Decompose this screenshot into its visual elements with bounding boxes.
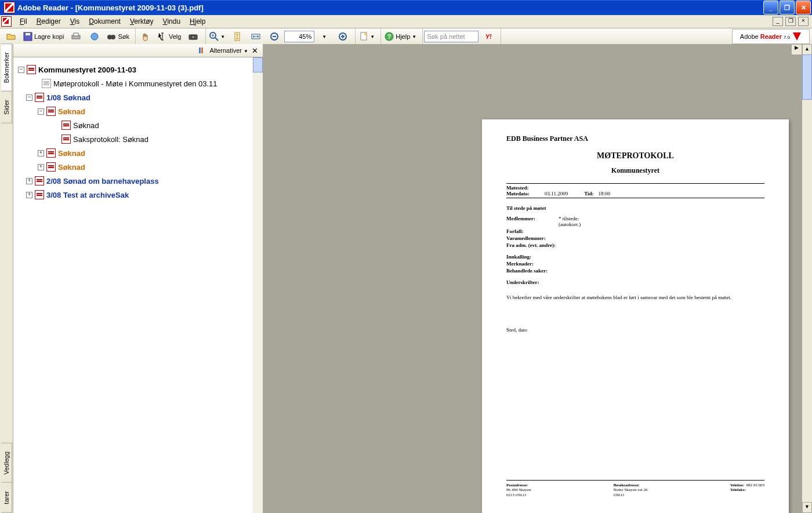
help-icon: ? xyxy=(385,32,394,41)
mdi-minimize-button[interactable]: _ xyxy=(773,17,783,26)
scrollbar-thumb[interactable] xyxy=(802,54,812,100)
bookmark-item[interactable]: Søknad xyxy=(58,149,85,158)
bookmark-tree: − Kommunestyret 2009-11-03 Møteprotokoll… xyxy=(13,57,263,513)
bookmark-item[interactable]: 3/08 Test at archiveSak xyxy=(46,191,129,199)
tab-bokmerker[interactable]: Bokmerker xyxy=(1,43,12,92)
pdf-icon xyxy=(35,93,44,102)
page-icon xyxy=(42,79,51,88)
bookmark-root[interactable]: Kommunestyret 2009-11-03 xyxy=(38,66,136,74)
save-copy-button[interactable]: Lagre kopi xyxy=(21,30,66,43)
email-button[interactable] xyxy=(86,30,103,43)
window-minimize-button[interactable]: _ xyxy=(763,1,778,14)
fit-width-button[interactable] xyxy=(247,30,264,43)
hand-tool-button[interactable] xyxy=(137,30,154,43)
doc-field-label: Behandlede saker: xyxy=(506,268,764,274)
menu-vis[interactable]: Vis xyxy=(66,16,84,27)
window-close-button[interactable]: ✕ xyxy=(796,1,811,14)
open-button[interactable] xyxy=(2,30,20,43)
menu-rediger[interactable]: Rediger xyxy=(32,16,66,27)
bookmark-item[interactable]: 1/08 Søknad xyxy=(46,93,90,102)
scroll-up-button[interactable]: ▲ xyxy=(802,44,812,55)
menu-fil[interactable]: Fil xyxy=(15,16,32,27)
adobe-icon xyxy=(792,32,802,41)
search-button[interactable]: Søk xyxy=(104,30,132,43)
fit-height-button[interactable] xyxy=(229,30,246,43)
bookmark-item[interactable]: Søknad xyxy=(58,107,85,116)
dropdown-arrow-icon: ▼ xyxy=(370,34,375,39)
adobe-brand-badge: Adobe Reader 7.0 xyxy=(732,29,810,44)
menu-vindu[interactable]: Vindu xyxy=(158,16,185,27)
select-tool-button[interactable]: Velg xyxy=(155,30,183,43)
bookmark-item[interactable]: Søknad xyxy=(73,121,99,130)
zoom-level-field[interactable]: 45% xyxy=(284,31,314,42)
doc-field-value: 03.11.2009 xyxy=(545,191,568,197)
zoom-in-button[interactable] xyxy=(334,30,351,43)
scroll-down-button[interactable]: ▼ xyxy=(802,502,812,513)
print-button[interactable] xyxy=(67,30,85,43)
window-titlebar: Adobe Reader - [Kommunestyret 2009-11-03… xyxy=(0,0,812,15)
bookmark-item[interactable]: Søknad xyxy=(58,163,85,172)
camera-icon xyxy=(188,32,198,41)
svg-text:?: ? xyxy=(387,33,392,40)
tree-scrollbar[interactable] xyxy=(253,57,263,513)
dropdown-arrow-icon: ▼ xyxy=(220,34,225,39)
globe-mail-icon xyxy=(90,32,99,41)
tree-collapse-icon[interactable]: − xyxy=(38,108,44,115)
doc-field-label: Varamedlemmer: xyxy=(506,235,764,241)
web-search-input[interactable]: Søk på nettet xyxy=(424,31,478,42)
bookmark-item[interactable]: 2/08 Sønad om barnehaveplass xyxy=(46,177,159,185)
menu-verktoy[interactable]: Verktøy xyxy=(125,16,158,27)
pdf-icon xyxy=(61,121,71,130)
bookmark-item[interactable]: Møteprotokoll - Møte i Kommunestyret den… xyxy=(53,79,217,88)
folder-open-icon xyxy=(6,32,16,41)
svg-rect-1 xyxy=(26,33,30,35)
window-maximize-button[interactable]: ❐ xyxy=(780,1,795,14)
doc-scrollbar[interactable]: ▲ ▼ xyxy=(802,44,812,513)
minus-circle-icon xyxy=(270,32,279,41)
app-icon xyxy=(3,2,15,13)
magnifier-plus-icon xyxy=(209,32,219,41)
zoom-dropdown-button[interactable]: ▼ xyxy=(316,30,333,43)
tree-expand-icon[interactable]: + xyxy=(26,192,32,198)
document-view[interactable]: ▶ ▲ ▼ EDB Business Partner ASA MØTEPROTO… xyxy=(264,44,812,513)
mdi-close-button[interactable]: × xyxy=(798,17,809,26)
options-button[interactable]: Alternativer ▼ xyxy=(209,47,248,54)
panel-close-button[interactable]: ✕ xyxy=(252,46,258,55)
svg-line-10 xyxy=(215,38,218,41)
svg-point-21 xyxy=(364,33,367,35)
yahoo-icon: Y! xyxy=(485,33,492,40)
tab-kommentarer[interactable]: tarer xyxy=(1,482,12,513)
doc-field-label: Merknader: xyxy=(506,261,764,267)
fit-height-icon xyxy=(233,32,242,41)
bookmark-item[interactable]: Saksprotokoll: Søknad xyxy=(73,135,148,144)
document-icon xyxy=(1,16,12,27)
pdf-icon xyxy=(27,65,36,74)
tree-collapse-icon[interactable]: − xyxy=(18,67,24,73)
zoom-in-tool-button[interactable]: ▼ xyxy=(207,30,227,43)
tree-expand-icon[interactable]: + xyxy=(38,164,44,170)
mdi-restore-button[interactable]: ❐ xyxy=(785,17,796,26)
doc-field-value: (autokorr.) xyxy=(559,221,581,227)
panel-expand-button[interactable]: ▶ xyxy=(791,44,802,55)
yahoo-search-button[interactable]: Y! xyxy=(480,30,497,43)
svg-rect-3 xyxy=(74,33,78,36)
tree-expand-icon[interactable]: + xyxy=(38,150,44,157)
save-copy-label: Lagre kopi xyxy=(34,33,64,40)
help-label: Hjelp xyxy=(396,33,410,40)
doc-field-label: Medlemmer: xyxy=(506,216,559,227)
tree-expand-icon[interactable]: + xyxy=(26,178,32,184)
snapshot-tool-button[interactable] xyxy=(184,30,202,43)
tree-collapse-icon[interactable]: − xyxy=(26,94,32,101)
help-button[interactable]: ? Hjelp ▼ xyxy=(382,30,419,43)
pdf-icon xyxy=(46,107,56,116)
select-label: Velg xyxy=(169,33,181,40)
create-pdf-button[interactable]: ▼ xyxy=(357,30,377,43)
ibeam-icon xyxy=(158,32,167,41)
scrollbar-thumb[interactable] xyxy=(253,57,263,72)
options-icon xyxy=(198,46,206,54)
zoom-out-button[interactable] xyxy=(266,30,283,43)
menu-hjelp[interactable]: Hjelp xyxy=(185,16,210,27)
tab-sider[interactable]: Sider xyxy=(1,91,12,123)
tab-vedlegg[interactable]: Vedlegg xyxy=(1,443,12,483)
menu-dokument[interactable]: Dokument xyxy=(84,16,125,27)
